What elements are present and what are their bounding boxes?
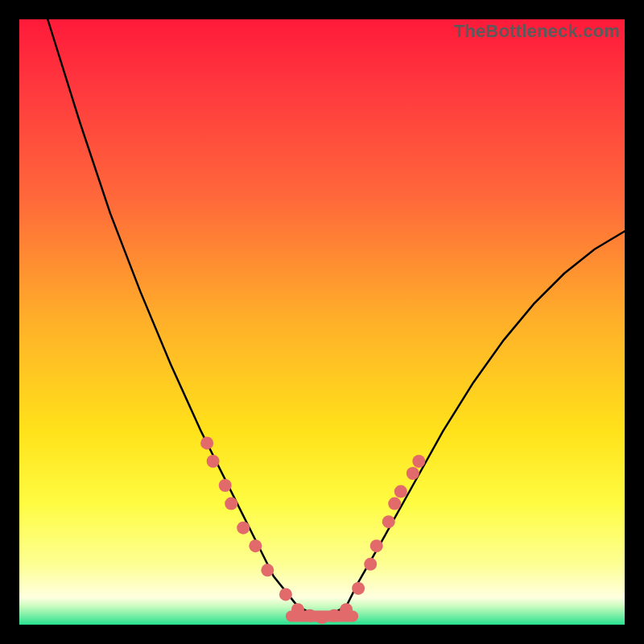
svg-point-9 [291,603,304,616]
svg-point-6 [249,539,262,552]
svg-point-1 [200,436,213,449]
svg-point-14 [352,582,365,595]
chart-svg [19,19,625,625]
bottleneck-curve [19,0,625,618]
svg-point-7 [261,564,274,576]
svg-point-13 [340,603,353,616]
svg-point-5 [237,522,250,535]
svg-point-17 [382,515,395,528]
watermark-text: TheBottleneck.com [454,21,620,42]
highlighted-points [200,436,425,624]
svg-point-21 [412,455,425,468]
svg-point-3 [219,479,232,492]
svg-point-4 [225,497,237,510]
svg-point-10 [303,609,316,622]
svg-point-12 [328,609,341,622]
svg-point-19 [394,485,407,498]
chart-frame: TheBottleneck.com [19,19,625,625]
svg-point-11 [316,611,328,624]
svg-point-20 [407,467,419,480]
svg-point-8 [279,588,292,601]
svg-point-18 [388,497,401,510]
svg-point-2 [207,455,220,468]
svg-point-16 [370,539,383,552]
svg-point-15 [364,558,377,571]
